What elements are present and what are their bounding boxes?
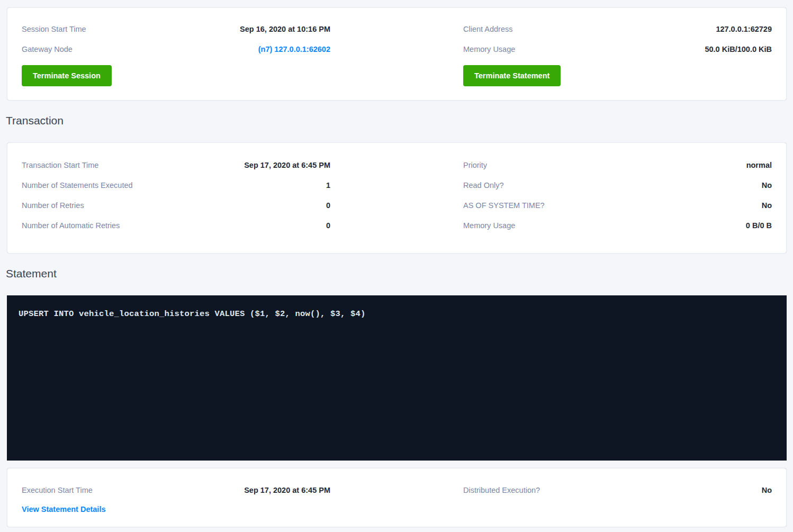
gateway-node-link[interactable]: (n7) 127.0.0.1:62602 (258, 45, 330, 53)
retries-value: 0 (326, 201, 330, 210)
priority-row: Priority normal (463, 161, 772, 169)
session-details-page: Session Start Time Sep 16, 2020 at 10:16… (0, 0, 793, 527)
transaction-memory-usage-label: Memory Usage (463, 221, 515, 230)
session-start-time-value: Sep 16, 2020 at 10:16 PM (240, 25, 330, 33)
transaction-start-time-row: Transaction Start Time Sep 17, 2020 at 6… (22, 161, 330, 169)
execution-start-time-value: Sep 17, 2020 at 6:45 PM (244, 486, 330, 494)
distributed-execution-value: No (762, 486, 772, 494)
distributed-execution-label: Distributed Execution? (463, 486, 540, 494)
as-of-system-time-label: AS OF SYSTEM TIME? (463, 201, 545, 210)
transaction-section-title: Transaction (6, 114, 787, 127)
priority-label: Priority (463, 161, 487, 169)
statement-execution-body: Execution Start Time Sep 17, 2020 at 6:4… (7, 468, 786, 527)
read-only-row: Read Only? No (463, 181, 772, 190)
gateway-node-label: Gateway Node (22, 45, 73, 53)
session-overview-body: Session Start Time Sep 16, 2020 at 10:16… (7, 8, 786, 100)
view-statement-details-link[interactable]: View Statement Details (22, 505, 106, 513)
statement-sql-box: UPSERT INTO vehicle_location_histories V… (7, 295, 787, 461)
session-start-time-row: Session Start Time Sep 16, 2020 at 10:16… (22, 25, 330, 33)
transaction-right-column: Priority normal Read Only? No AS OF SYST… (463, 161, 772, 241)
transaction-card: Transaction Start Time Sep 17, 2020 at 6… (7, 142, 787, 254)
client-address-value: 127.0.0.1:62729 (716, 25, 772, 33)
session-memory-usage-label: Memory Usage (463, 45, 515, 53)
execution-start-time-label: Execution Start Time (22, 486, 93, 494)
read-only-label: Read Only? (463, 181, 504, 190)
transaction-card-body: Transaction Start Time Sep 17, 2020 at 6… (7, 143, 786, 253)
execution-left-column: Execution Start Time Sep 17, 2020 at 6:4… (22, 486, 330, 514)
session-overview-right-column: Client Address 127.0.0.1:62729 Memory Us… (463, 25, 772, 86)
statements-executed-row: Number of Statements Executed 1 (22, 181, 330, 190)
statement-sql-text: UPSERT INTO vehicle_location_histories V… (19, 310, 775, 319)
transaction-memory-usage-value: 0 B/0 B (746, 221, 772, 230)
session-memory-usage-row: Memory Usage 50.0 KiB/100.0 KiB (463, 45, 772, 53)
transaction-memory-usage-row: Memory Usage 0 B/0 B (463, 221, 772, 230)
execution-right-column: Distributed Execution? No (463, 486, 772, 514)
session-start-time-label: Session Start Time (22, 25, 86, 33)
client-address-label: Client Address (463, 25, 513, 33)
transaction-start-time-value: Sep 17, 2020 at 6:45 PM (244, 161, 330, 169)
retries-row: Number of Retries 0 (22, 201, 330, 210)
statement-execution-card: Execution Start Time Sep 17, 2020 at 6:4… (7, 468, 787, 527)
transaction-left-column: Transaction Start Time Sep 17, 2020 at 6… (22, 161, 330, 241)
automatic-retries-value: 0 (326, 221, 330, 230)
distributed-execution-row: Distributed Execution? No (463, 486, 772, 494)
statements-executed-value: 1 (326, 181, 330, 190)
client-address-row: Client Address 127.0.0.1:62729 (463, 25, 772, 33)
automatic-retries-row: Number of Automatic Retries 0 (22, 221, 330, 230)
as-of-system-time-value: No (762, 201, 772, 210)
read-only-value: No (762, 181, 772, 190)
automatic-retries-label: Number of Automatic Retries (22, 221, 120, 230)
statement-section-title: Statement (6, 267, 787, 280)
session-overview-left-column: Session Start Time Sep 16, 2020 at 10:16… (22, 25, 330, 86)
gateway-node-row: Gateway Node (n7) 127.0.0.1:62602 (22, 45, 330, 53)
as-of-system-time-row: AS OF SYSTEM TIME? No (463, 201, 772, 210)
terminate-statement-button[interactable]: Terminate Statement (463, 65, 561, 86)
execution-start-time-row: Execution Start Time Sep 17, 2020 at 6:4… (22, 486, 330, 494)
priority-value: normal (746, 161, 772, 169)
terminate-session-button[interactable]: Terminate Session (22, 65, 112, 86)
statements-executed-label: Number of Statements Executed (22, 181, 133, 190)
transaction-start-time-label: Transaction Start Time (22, 161, 98, 169)
retries-label: Number of Retries (22, 201, 84, 210)
session-overview-card: Session Start Time Sep 16, 2020 at 10:16… (7, 7, 787, 101)
session-memory-usage-value: 50.0 KiB/100.0 KiB (705, 45, 772, 53)
